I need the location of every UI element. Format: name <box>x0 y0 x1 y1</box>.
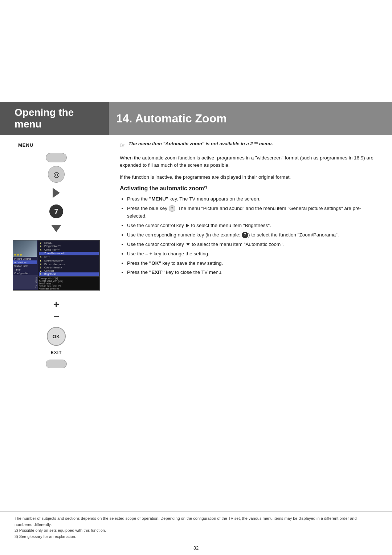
tv-label-5: Noise reduction³⁾ <box>44 259 98 262</box>
tv-left-menu-items: Picture·Volume AV devices Station table … <box>13 257 38 275</box>
tv-label-zoom: Zoom/Panorama²⁾ <box>44 252 98 255</box>
ok-button[interactable]: OK <box>47 327 66 346</box>
star-2: ★ <box>17 253 19 256</box>
number-7-label: 7 <box>54 207 58 216</box>
page-number-text: 32 <box>193 545 199 551</box>
footnote-2: 2) Possible only on sets equipped with t… <box>15 527 374 534</box>
note-box: ☞ The menu item "Automatic zoom" is not … <box>120 141 374 149</box>
eye-button[interactable]: ◎ <box>48 166 65 183</box>
tv-label-3: Colour intensity <box>44 266 98 269</box>
tv-row-4: 4 Picture sharpness <box>39 263 99 266</box>
minus-button[interactable]: – <box>53 311 59 321</box>
opening-menu-title: Opening the menu <box>15 107 102 130</box>
menu-label: MENU <box>18 142 33 148</box>
cursor-right-icon <box>186 224 189 227</box>
tv-num-6: 6 <box>40 256 43 259</box>
bullet-item-7: Press the "OK" key to save the new setti… <box>127 260 374 267</box>
tv-label-4: Picture sharpness <box>44 263 98 266</box>
tv-num-3: 3 <box>40 266 43 269</box>
note-text: The menu item "Automatic zoom" is not av… <box>128 141 273 149</box>
tv-menu-item-4: Timer <box>13 268 37 271</box>
tv-menu-item-2: AV devices <box>13 260 37 264</box>
tv-num-5: 5 <box>40 260 43 262</box>
tv-row-0: 0 Rotatl… <box>39 241 99 244</box>
header-left-title: Opening the menu <box>0 102 109 135</box>
plus-button[interactable]: + <box>53 299 59 309</box>
bullet-item-3: Use the cursor control key to select the… <box>127 222 374 230</box>
tv-num-0: 0 <box>40 242 43 244</box>
tv-label-1: Brightness <box>44 273 98 275</box>
automatic-zoom-title: 14. Automatic Zoom <box>116 112 227 125</box>
body-paragraph-1: When the automatic zoom function is acti… <box>120 154 374 169</box>
tv-label-0: Rotatl… <box>44 242 98 244</box>
tv-right-menu: 0 Rotatl… 9 Progressive²⁾³⁾ 8 Comb filte… <box>38 240 99 276</box>
section-heading-text: Activating the automatic zoom <box>120 185 204 191</box>
body-paragraph-2: If the function is inactive, the program… <box>120 174 374 181</box>
bullet-item-6: Use the – + key to change the setting. <box>127 250 374 258</box>
tv-num-4: 4 <box>40 263 43 266</box>
plus-minus-area: + – <box>53 299 59 321</box>
left-sidebar: MENU ◎ 7 ★ ★ <box>0 135 109 501</box>
tv-label-6: CTI³⁾ <box>44 256 98 259</box>
page-container: Opening the menu 14. Automatic Zoom MENU… <box>0 0 392 555</box>
tv-row-zoom: Zoom/Panorama²⁾ <box>39 252 99 255</box>
tv-bottom-2: Accept value with [OK] <box>39 280 98 282</box>
tv-bottom-bar: Change with [–][+] Accept value with [OK… <box>38 276 99 290</box>
tv-row-2: 2 Contrast <box>39 269 99 272</box>
tv-thumbnail: ★ ★ ★ <box>13 240 37 257</box>
tv-row-1: 1 Brightness <box>39 272 99 276</box>
tv-menu-item-5: Configuration <box>13 271 37 275</box>
tv-menu-item-3: Station table <box>13 264 37 268</box>
bullet-item-4: Use the corresponding numeric key (in th… <box>127 231 374 239</box>
header-right-title: 14. Automatic Zoom <box>109 102 392 135</box>
tv-num-8: 8 <box>40 249 43 251</box>
exit-label-text: EXIT <box>51 350 62 355</box>
tv-bottom-1: Change with [–][+] <box>39 277 98 280</box>
tv-num-1: 1 <box>40 273 43 275</box>
ok-label: OK <box>53 334 60 339</box>
footnote-1: The number of subjects and sections depe… <box>15 515 374 527</box>
tv-num-2: 2 <box>40 270 43 272</box>
right-content: ☞ The menu item "Automatic zoom" is not … <box>109 135 392 501</box>
bullet-item-2: Press the blue key ⊙. The menu "Picture … <box>127 205 374 220</box>
tv-label-8: Comb filter²⁾³⁾ <box>44 248 98 251</box>
tv-vertical-label: TV-Menu <box>13 275 38 289</box>
footnotes: The number of subjects and sections depe… <box>0 511 392 543</box>
bullet-item-8: Press the "EXIT" key to close the TV men… <box>127 269 374 276</box>
main-content: MENU ◎ 7 ★ ★ <box>0 135 392 511</box>
tv-left-column: ★ ★ ★ Picture·Volume AV devices Station … <box>13 240 38 290</box>
tv-label-2: Contrast <box>44 270 98 272</box>
exit-button[interactable] <box>46 360 67 368</box>
note-text-italic: The menu item "Automatic zoom" is not av… <box>128 141 273 146</box>
section-sup: 2) <box>204 185 207 189</box>
menu-button[interactable] <box>46 153 67 162</box>
tv-row-9: 9 Progressive²⁾³⁾ <box>39 244 99 248</box>
arrow-down-button[interactable] <box>51 225 61 232</box>
tv-bottom-5: Automatic zoom off <box>39 287 98 290</box>
tv-row-3: 3 Colour intensity <box>39 266 99 269</box>
arrow-right-button[interactable] <box>53 188 60 198</box>
bullet-item-1: Press the "MENU" key. The TV menu appear… <box>127 195 374 203</box>
tv-bottom-4: Picture pos., vert. 0% <box>39 285 98 287</box>
bullet-item-5: Use the cursor control key to select the… <box>127 241 374 248</box>
tv-num-9: 9 <box>40 245 43 248</box>
tv-row-5: 5 Noise reduction³⁾ <box>39 259 99 263</box>
tv-row-8: 8 Comb filter²⁾³⁾ <box>39 248 99 252</box>
star-1: ★ <box>14 253 16 256</box>
section-heading: Activating the automatic zoom2) <box>120 185 374 192</box>
number-7-button[interactable]: 7 <box>49 204 63 218</box>
blue-key-icon: ⊙ <box>169 205 175 212</box>
tv-menu-item-1: Picture·Volume <box>13 257 37 260</box>
eye-icon: ◎ <box>53 170 60 179</box>
tv-screen: ★ ★ ★ Picture·Volume AV devices Station … <box>13 240 100 291</box>
note-icon: ☞ <box>120 141 126 149</box>
footnote-3: 3) See glossary for an explanation. <box>15 534 374 540</box>
num-7-inline: 7 <box>242 232 248 238</box>
tv-row-6: 6 CTI³⁾ <box>39 255 99 259</box>
tv-screen-inner: ★ ★ ★ Picture·Volume AV devices Station … <box>13 240 99 290</box>
tv-bottom-3: Zoom value 0 <box>39 282 98 285</box>
page-number: 32 <box>0 543 392 555</box>
star-3: ★ <box>20 253 22 256</box>
bullet-list: Press the "MENU" key. The TV menu appear… <box>120 195 374 276</box>
cursor-down-icon <box>186 243 190 246</box>
